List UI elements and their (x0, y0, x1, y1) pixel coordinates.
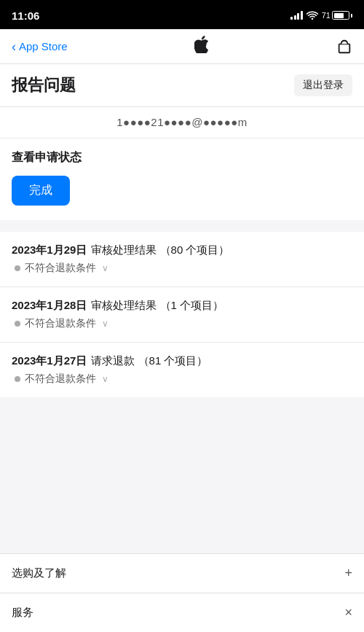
history-date-row: 2023年1月28日 审核处理结果 （1 个项目） (12, 299, 352, 313)
status-bar: 11:06 71 (0, 0, 364, 29)
history-status-row: 不符合退款条件 ∨ (12, 317, 352, 330)
apple-logo-icon (194, 36, 209, 57)
page-title: 报告问题 (12, 74, 76, 96)
status-dot-icon (15, 321, 20, 327)
section-divider (0, 226, 364, 232)
history-date-row: 2023年1月27日 请求退款 （81 个项目） (12, 354, 352, 368)
email-text: 1●●●●21●●●●@●●●●●m (116, 116, 248, 128)
status-icons: 71 (290, 11, 352, 20)
status-dot-icon (15, 265, 20, 271)
back-chevron-icon: ‹ (12, 40, 16, 53)
bottom-item-service[interactable]: 服务 × (0, 593, 364, 632)
history-status-text: 不符合退款条件 (25, 262, 96, 275)
history-item: 2023年1月29日 审核处理结果 （80 个项目） 不符合退款条件 ∨ (0, 232, 364, 287)
chevron-down-icon: ∨ (102, 319, 108, 329)
wifi-icon (306, 11, 318, 20)
shopping-bag-icon[interactable] (336, 39, 352, 55)
history-item: 2023年1月28日 审核处理结果 （1 个项目） 不符合退款条件 ∨ (0, 287, 364, 343)
status-section: 查看申请状态 完成 (0, 139, 364, 220)
back-label: App Store (19, 40, 68, 52)
history-item: 2023年1月27日 请求退款 （81 个项目） 不符合退款条件 ∨ (0, 343, 364, 397)
history-action: 请求退款 （81 个项目） (91, 354, 207, 368)
signal-icon (290, 11, 303, 20)
history-status-text: 不符合退款条件 (25, 372, 96, 386)
nav-bar: ‹ App Store (0, 29, 364, 64)
battery-percent: 71 (322, 11, 331, 20)
bottom-item-purchase[interactable]: 选购及了解 + (0, 554, 364, 593)
bottom-item-service-label: 服务 (12, 606, 33, 620)
history-date: 2023年1月27日 (12, 354, 87, 368)
history-status-row: 不符合退款条件 ∨ (12, 372, 352, 386)
history-status-text: 不符合退款条件 (25, 317, 96, 330)
status-time: 11:06 (12, 9, 39, 22)
status-dot-icon (15, 376, 20, 382)
history-action: 审核处理结果 （1 个项目） (91, 299, 223, 313)
history-status-row: 不符合退款条件 ∨ (12, 262, 352, 275)
chevron-down-icon: ∨ (102, 263, 108, 273)
battery-fill (334, 13, 344, 18)
battery-tip (351, 14, 352, 17)
history-date: 2023年1月29日 (12, 243, 87, 257)
done-button[interactable]: 完成 (12, 176, 70, 206)
expand-icon: + (344, 566, 352, 581)
history-action: 审核处理结果 （80 个项目） (91, 243, 229, 257)
logout-button[interactable]: 退出登录 (294, 74, 352, 96)
history-list: 2023年1月29日 审核处理结果 （80 个项目） 不符合退款条件 ∨ 202… (0, 232, 364, 397)
chevron-down-icon: ∨ (102, 374, 108, 384)
battery-body (332, 11, 349, 20)
close-icon: × (344, 605, 352, 620)
bottom-sections: 选购及了解 + 服务 × (0, 553, 364, 632)
back-button[interactable]: ‹ App Store (12, 40, 68, 53)
history-date-row: 2023年1月29日 审核处理结果 （80 个项目） (12, 243, 352, 257)
battery-icon: 71 (322, 11, 352, 20)
email-row: 1●●●●21●●●●@●●●●●m (0, 107, 364, 139)
status-section-title: 查看申请状态 (12, 150, 352, 165)
history-date: 2023年1月28日 (12, 299, 87, 313)
bottom-item-purchase-label: 选购及了解 (12, 566, 66, 580)
page-header: 报告问题 退出登录 (0, 64, 364, 107)
